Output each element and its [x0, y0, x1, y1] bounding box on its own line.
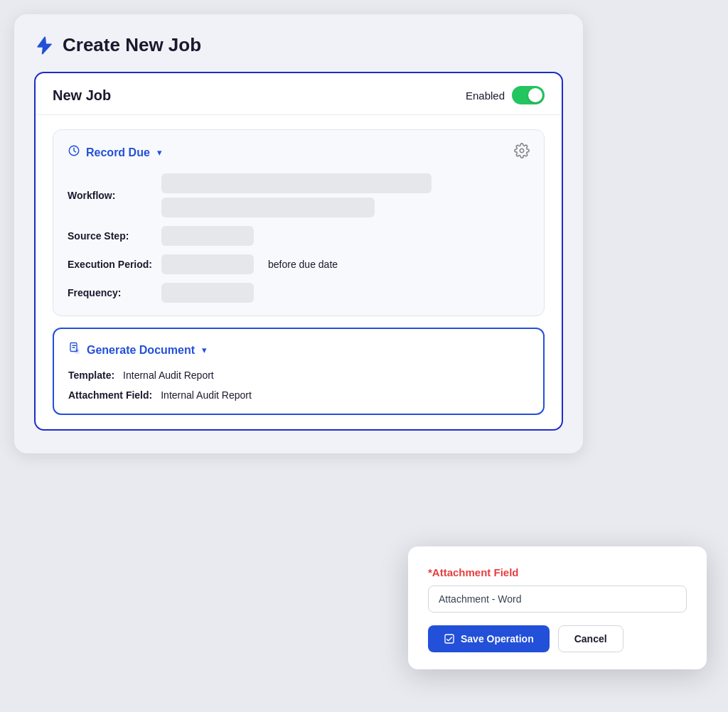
enabled-toggle[interactable] [512, 86, 545, 104]
popup-field-label: *Attachment Field [428, 566, 687, 578]
workflow-inputs [161, 173, 530, 217]
page-header: Create New Job [34, 34, 563, 56]
cancel-button[interactable]: Cancel [558, 625, 623, 652]
before-due-date-text: before due date [268, 259, 338, 270]
cancel-label: Cancel [574, 633, 607, 644]
template-value: Internal Audit Report [123, 370, 214, 381]
enabled-row: Enabled [466, 86, 545, 104]
execution-period-input[interactable] [161, 254, 254, 274]
generate-doc-title: Generate Document [87, 344, 195, 357]
frequency-row: Frequency: [68, 283, 530, 303]
source-step-label: Source Step: [68, 230, 153, 242]
job-panel-header: New Job Enabled [36, 73, 562, 115]
record-due-header: Record Due ▾ [68, 143, 530, 162]
record-due-section: Record Due ▾ Workflow: [53, 129, 545, 316]
template-row: Template: Internal Audit Report [68, 370, 529, 381]
source-step-input[interactable] [161, 226, 254, 246]
document-icon [68, 342, 81, 358]
svg-rect-3 [445, 635, 454, 643]
record-due-title: Record Due [86, 146, 150, 159]
frequency-input[interactable] [161, 283, 254, 303]
workflow-row: Workflow: [68, 173, 530, 217]
execution-period-label: Execution Period: [68, 259, 153, 270]
template-label: Template: [68, 370, 114, 381]
frequency-label: Frequency: [68, 287, 153, 298]
source-step-row: Source Step: [68, 226, 530, 246]
generate-doc-title-row[interactable]: Generate Document ▾ [68, 342, 207, 358]
job-body: Record Due ▾ Workflow: [36, 115, 562, 429]
job-title: New Job [53, 87, 111, 104]
generate-doc-header: Generate Document ▾ [68, 342, 529, 358]
gear-icon[interactable] [514, 143, 530, 162]
save-operation-button[interactable]: Save Operation [428, 625, 550, 652]
record-due-chevron[interactable]: ▾ [157, 147, 162, 158]
workflow-input-1[interactable] [161, 173, 432, 193]
attachment-field-row: Attachment Field: Internal Audit Report [68, 389, 529, 401]
generate-doc-chevron[interactable]: ▾ [202, 345, 207, 355]
record-due-title-row[interactable]: Record Due ▾ [68, 144, 162, 161]
enabled-label: Enabled [466, 90, 505, 102]
popup-attachment-input[interactable] [428, 586, 687, 613]
clock-icon [68, 144, 80, 161]
popup-card: *Attachment Field Save Operation Cancel [408, 546, 707, 669]
main-card: Create New Job New Job Enabled [14, 14, 583, 453]
generate-document-section: Generate Document ▾ Template: Internal A… [53, 328, 545, 415]
popup-actions: Save Operation Cancel [428, 625, 687, 652]
page-title: Create New Job [63, 34, 201, 56]
save-operation-label: Save Operation [461, 633, 534, 644]
workflow-input-2[interactable] [161, 198, 375, 217]
bolt-icon [34, 36, 54, 55]
job-panel: New Job Enabled Recor [34, 72, 563, 431]
attachment-field-label: Attachment Field: [68, 389, 152, 401]
execution-period-row: Execution Period: before due date [68, 254, 530, 274]
workflow-label: Workflow: [68, 190, 153, 201]
attachment-field-value: Internal Audit Report [161, 389, 252, 401]
popup-attachment-label: Attachment Field [432, 566, 519, 578]
